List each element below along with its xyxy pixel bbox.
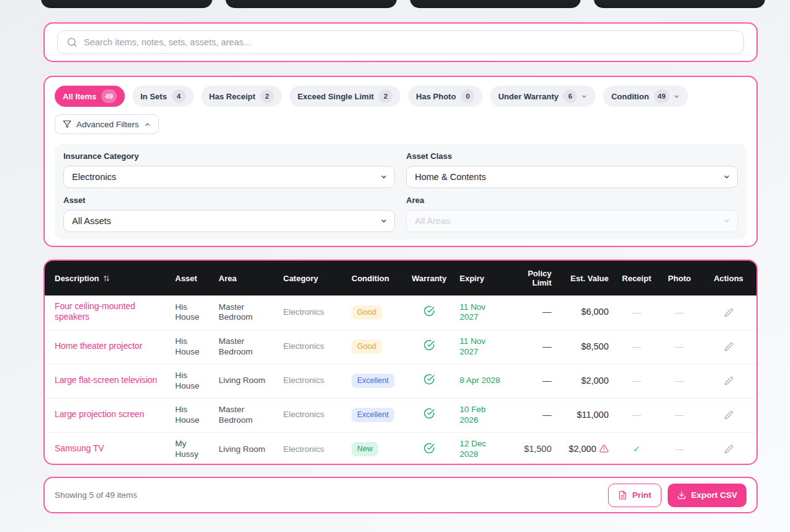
column-label: Description	[55, 274, 99, 283]
table-row: Large projection screen His House Master…	[45, 398, 756, 432]
search-card	[43, 22, 758, 62]
stat-card-truncated	[41, 0, 212, 8]
asset-class-select-input[interactable]: Home & Contents	[407, 166, 737, 187]
edit-item-button[interactable]	[722, 442, 736, 456]
item-category: Electronics	[279, 364, 348, 398]
item-est-value: $6,000	[558, 295, 615, 330]
stat-card-truncated	[410, 0, 581, 8]
search-input[interactable]	[84, 37, 735, 47]
field-label: Asset Class	[406, 151, 738, 161]
chip-count-badge: 49	[654, 89, 670, 103]
item-category: Electronics	[279, 432, 348, 465]
item-description-link[interactable]: Home theater projector	[55, 341, 142, 351]
print-label: Print	[632, 490, 652, 500]
stat-card-truncated	[594, 0, 765, 8]
filter-chip-in-sets[interactable]: In Sets 4	[132, 86, 194, 107]
asset-class-select[interactable]: Home & Contents	[406, 166, 738, 188]
filter-chip-all-items[interactable]: All Items 49	[55, 86, 125, 107]
print-document-icon	[618, 490, 627, 500]
sort-icon	[102, 274, 111, 282]
chevron-up-icon	[144, 121, 151, 128]
field-label: Insurance Category	[63, 151, 395, 161]
chip-count-badge: 2	[260, 89, 274, 103]
item-asset: My Hussy	[171, 432, 215, 465]
item-receipt: —	[615, 295, 658, 330]
filter-chip-has-photo[interactable]: Has Photo 0	[408, 86, 483, 107]
export-csv-button[interactable]: Export CSV	[668, 484, 747, 507]
chip-label: Has Photo	[416, 92, 456, 101]
item-area: Living Room	[215, 364, 279, 398]
item-description-link[interactable]: Large flat-screen television	[55, 376, 157, 385]
column-header-asset: Asset	[171, 261, 215, 295]
item-expiry: 11 Nov 2027	[456, 295, 506, 330]
column-header-est-value: Est. Value	[558, 261, 615, 295]
item-description-link[interactable]: Four ceiling-mounted speakers	[55, 302, 135, 322]
item-area: Master Bedroom	[215, 398, 279, 432]
item-photo: —	[658, 398, 701, 432]
footer-actions: Print Export CSV	[608, 484, 747, 507]
chip-label: Under Warranty	[498, 92, 558, 101]
pencil-icon	[724, 342, 733, 351]
asset-select-input[interactable]: All Assets	[64, 210, 394, 232]
item-policy-limit: —	[506, 364, 558, 398]
chip-count-badge: 4	[172, 89, 186, 103]
item-area: Living Room	[215, 432, 279, 465]
warranty-check-icon	[424, 340, 435, 351]
chevron-down-icon	[673, 93, 680, 100]
advanced-filters-button[interactable]: Advanced Filters	[55, 114, 159, 134]
item-area: Master Bedroom	[215, 330, 279, 364]
item-policy-limit: —	[506, 330, 558, 364]
table-header-row: Description Asset Area Category Conditio…	[45, 261, 756, 295]
column-header-expiry: Expiry	[456, 261, 506, 295]
export-csv-label: Export CSV	[691, 490, 737, 500]
column-header-description[interactable]: Description	[45, 261, 171, 295]
insurance-category-select[interactable]: Electronics	[63, 166, 395, 188]
item-receipt: ✓	[615, 432, 658, 465]
chip-label: Condition	[611, 92, 649, 101]
items-count-summary: Showing 5 of 49 items	[55, 490, 137, 500]
item-area: Master Bedroom	[215, 295, 279, 330]
filter-chip-has-receipt[interactable]: Has Receipt 2	[201, 86, 282, 107]
search-box[interactable]	[57, 30, 744, 54]
condition-badge: New	[352, 442, 378, 456]
field-insurance-category: Insurance Category Electronics	[63, 151, 395, 188]
chip-count-badge: 49	[101, 89, 117, 103]
condition-badge: Excellent	[352, 408, 394, 422]
item-category: Electronics	[279, 398, 348, 432]
item-category: Electronics	[279, 295, 348, 330]
item-description-link[interactable]: Samsung TV	[55, 444, 104, 453]
print-button[interactable]: Print	[608, 484, 661, 507]
table-row: Samsung TV My Hussy Living Room Electron…	[45, 432, 756, 465]
field-asset: Asset All Assets	[63, 196, 395, 232]
item-asset: His House	[171, 295, 215, 330]
edit-item-button[interactable]	[722, 305, 736, 320]
condition-badge: Excellent	[352, 374, 394, 388]
item-expiry: 10 Feb 2026	[456, 398, 506, 432]
item-expiry: 8 Apr 2028	[456, 364, 506, 398]
column-header-condition: Condition	[348, 261, 402, 295]
filter-chip-exceed-single-limit[interactable]: Exceed Single Limit 2	[289, 86, 401, 107]
funnel-icon	[63, 120, 71, 128]
warranty-check-icon	[424, 408, 435, 419]
column-header-category: Category	[279, 261, 348, 295]
item-description-link[interactable]: Large projection screen	[55, 410, 144, 419]
pencil-icon	[724, 308, 733, 317]
filter-chip-under-warranty[interactable]: Under Warranty 6	[490, 86, 596, 107]
table-row: Four ceiling-mounted speakers His House …	[45, 295, 756, 330]
advanced-filters-panel: Insurance Category Electronics Asset Cla…	[55, 144, 747, 240]
insurance-category-select-input[interactable]: Electronics	[64, 166, 394, 187]
item-expiry: 12 Dec 2028	[456, 432, 506, 465]
edit-item-button[interactable]	[722, 340, 736, 354]
advanced-filters-label: Advanced Filters	[76, 120, 139, 129]
item-photo: —	[658, 330, 701, 364]
item-est-value: $2,000	[558, 364, 615, 398]
filter-chip-condition[interactable]: Condition 49	[603, 86, 688, 107]
edit-item-button[interactable]	[722, 374, 736, 388]
asset-select[interactable]: All Assets	[63, 210, 395, 232]
edit-item-button[interactable]	[722, 408, 736, 422]
field-area: Area All Areas	[406, 196, 738, 232]
download-icon	[677, 490, 686, 500]
area-select-input: All Areas	[407, 210, 737, 232]
filter-chips: All Items 49 In Sets 4 Has Receipt 2 Exc…	[55, 86, 747, 107]
item-policy-limit: —	[506, 295, 558, 330]
